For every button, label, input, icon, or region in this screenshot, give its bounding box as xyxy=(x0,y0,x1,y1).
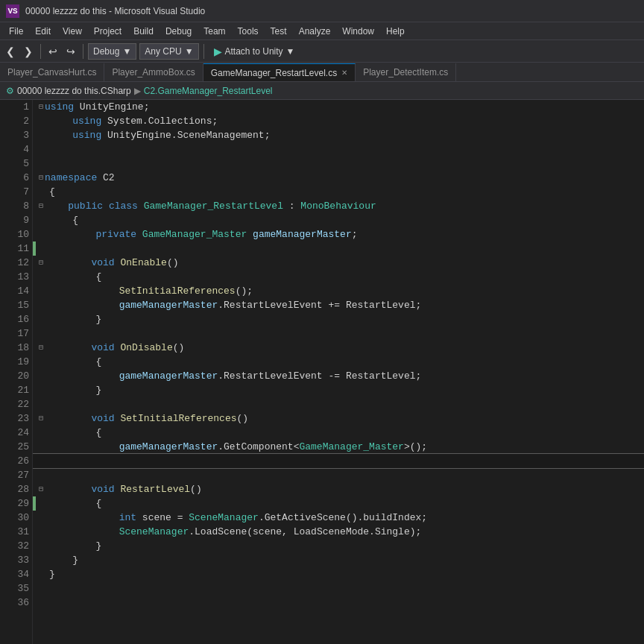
code-line-5 xyxy=(33,157,644,171)
code-editor[interactable]: ⊟using UnityEngine; using System.Collect… xyxy=(33,100,644,644)
code-line-31: SceneManager.LoadScene(scene, LoadSceneM… xyxy=(33,525,644,539)
line-number-34: 34 xyxy=(3,567,29,581)
vs-icon: VS xyxy=(6,4,19,18)
line-number-13: 13 xyxy=(3,270,29,284)
code-line-36 xyxy=(33,596,644,610)
menu-item-project[interactable]: Project xyxy=(88,25,127,38)
menu-item-tools[interactable]: Tools xyxy=(232,25,265,38)
breadcrumb-bar: ⚙ 00000 lezzzz do this.CSharp ▶ C2.GameM… xyxy=(0,82,644,100)
menu-item-analyze[interactable]: Analyze xyxy=(293,25,337,38)
code-content-2: using System.Collections; xyxy=(49,114,218,128)
code-line-25: gameManagerMaster.GetComponent<GameManag… xyxy=(33,440,644,454)
line-number-9: 9 xyxy=(3,213,29,227)
code-line-15: gameManagerMaster.RestartLevelEvent += R… xyxy=(33,298,644,312)
code-content-33: } xyxy=(49,553,78,567)
menu-item-view[interactable]: View xyxy=(57,25,88,38)
code-line-28: ⊟ void RestartLevel() xyxy=(33,482,644,496)
code-line-2: using System.Collections; xyxy=(33,114,644,128)
code-line-33: } xyxy=(33,553,644,567)
line-number-14: 14 xyxy=(3,284,29,298)
code-content-20: gameManagerMaster.RestartLevelEvent -= R… xyxy=(49,369,421,383)
code-line-14: SetInitialReferences(); xyxy=(33,284,644,298)
back-button[interactable]: ❮ xyxy=(3,44,18,59)
menu-item-debug[interactable]: Debug xyxy=(160,25,198,38)
code-line-20: gameManagerMaster.RestartLevelEvent -= R… xyxy=(33,369,644,383)
tab-close-button[interactable]: ✕ xyxy=(341,69,347,77)
attach-to-unity-button[interactable]: ▶ Attach to Unity ▼ xyxy=(209,43,300,60)
tab-player-canvashurt[interactable]: Player_CanvasHurt.cs xyxy=(0,63,104,81)
menu-item-edit[interactable]: Edit xyxy=(29,25,57,38)
separator-2 xyxy=(83,44,83,59)
namespace-path: C2.GameManager_RestartLevel xyxy=(144,86,273,96)
collapse-icon-18[interactable]: ⊟ xyxy=(39,341,43,355)
collapse-icon-28[interactable]: ⊟ xyxy=(39,482,43,496)
menu-item-file[interactable]: File xyxy=(3,25,29,38)
code-line-26 xyxy=(33,454,644,468)
line-number-12: 12 xyxy=(3,256,29,270)
code-line-29: { xyxy=(33,496,644,511)
line-number-29: 29 xyxy=(3,496,29,511)
line-number-21: 21 xyxy=(3,383,29,397)
menu-item-help[interactable]: Help xyxy=(380,25,411,38)
code-content-29: { xyxy=(49,496,101,511)
menu-item-team[interactable]: Team xyxy=(198,25,231,38)
collapse-icon-23[interactable]: ⊟ xyxy=(39,411,43,426)
line-number-30: 30 xyxy=(3,511,29,525)
code-line-12: ⊟ void OnEnable() xyxy=(33,256,644,270)
line-number-20: 20 xyxy=(3,369,29,383)
code-line-22 xyxy=(33,397,644,411)
redo-button[interactable]: ↪ xyxy=(63,44,78,59)
code-content-1: using UnityEngine; xyxy=(45,100,149,114)
separator-1 xyxy=(40,44,41,59)
line-number-1: 1 xyxy=(3,100,29,114)
line-number-24: 24 xyxy=(3,426,29,440)
collapse-icon-1[interactable]: ⊟ xyxy=(39,100,43,114)
line-number-28: 28 xyxy=(3,482,29,496)
collapse-icon-8[interactable]: ⊟ xyxy=(39,199,43,213)
code-line-7: { xyxy=(33,185,644,199)
forward-button[interactable]: ❯ xyxy=(21,44,36,59)
line-number-11: 11 xyxy=(3,242,29,256)
code-content-32: } xyxy=(49,539,101,553)
line-number-16: 16 xyxy=(3,312,29,326)
code-content-25: gameManagerMaster.GetComponent<GameManag… xyxy=(49,440,427,454)
code-line-18: ⊟ void OnDisable() xyxy=(33,341,644,355)
line-numbers: 1234567891011121314151617181920212223242… xyxy=(0,100,33,644)
line-number-15: 15 xyxy=(3,298,29,312)
line-number-17: 17 xyxy=(3,326,29,341)
code-content-6: namespace C2 xyxy=(45,171,115,185)
menu-item-test[interactable]: Test xyxy=(265,25,293,38)
code-content-23: void SetInitialReferences() xyxy=(45,411,248,426)
code-content-24: { xyxy=(49,426,101,440)
line-number-25: 25 xyxy=(3,440,29,454)
code-container: 1234567891011121314151617181920212223242… xyxy=(0,100,644,644)
line-number-8: 8 xyxy=(3,199,29,213)
gutter-mark-29 xyxy=(33,496,36,511)
collapse-icon-6[interactable]: ⊟ xyxy=(39,171,43,185)
code-line-16: } xyxy=(33,312,644,326)
tab-player-ammobox[interactable]: Player_AmmoBox.cs xyxy=(104,63,203,81)
code-line-10: private GameManager_Master gameManagerMa… xyxy=(33,227,644,242)
code-line-4 xyxy=(33,142,644,157)
platform-dropdown[interactable]: Any CPU ▼ xyxy=(139,43,198,60)
code-line-23: ⊟ void SetInitialReferences() xyxy=(33,411,644,426)
code-line-21: } xyxy=(33,383,644,397)
code-line-6: ⊟namespace C2 xyxy=(33,171,644,185)
config-dropdown[interactable]: Debug ▼ xyxy=(88,43,136,60)
undo-button[interactable]: ↩ xyxy=(45,44,60,59)
line-number-23: 23 xyxy=(3,411,29,426)
title-bar: VS 00000 lezzzz do this - Microsoft Visu… xyxy=(0,0,644,22)
line-number-19: 19 xyxy=(3,355,29,369)
code-content-15: gameManagerMaster.RestartLevelEvent += R… xyxy=(49,298,421,312)
code-line-13: { xyxy=(33,270,644,284)
window-title: 00000 lezzzz do this - Microsoft Visual … xyxy=(25,6,205,16)
menu-item-build[interactable]: Build xyxy=(127,25,160,38)
menu-item-window[interactable]: Window xyxy=(336,25,380,38)
breadcrumb-separator: ▶ xyxy=(134,86,141,96)
tab-player-detectitem[interactable]: Player_DetectItem.cs xyxy=(356,63,456,81)
tab-gamemanager-restartlevel[interactable]: GameManager_RestartLevel.cs ✕ xyxy=(203,63,356,81)
code-content-34: } xyxy=(49,567,55,581)
code-line-32: } xyxy=(33,539,644,553)
gutter-mark-11 xyxy=(33,242,36,256)
collapse-icon-12[interactable]: ⊟ xyxy=(39,256,43,270)
